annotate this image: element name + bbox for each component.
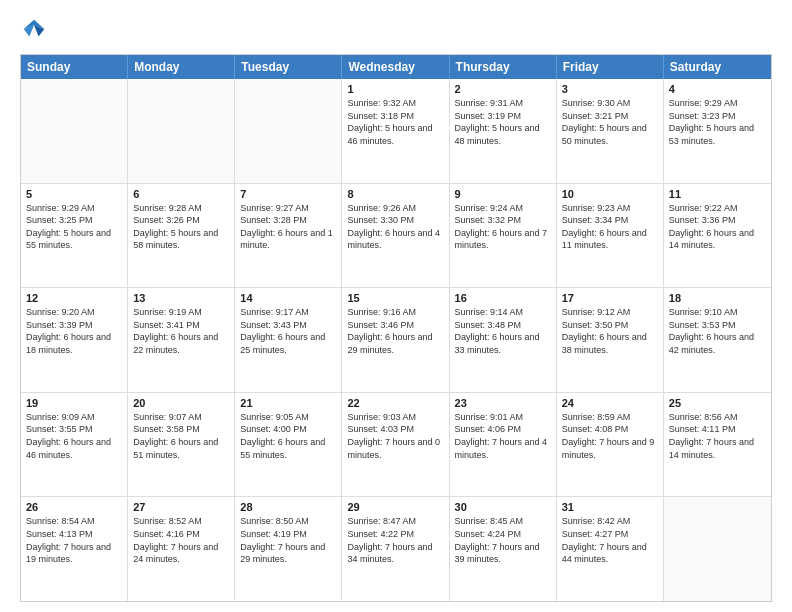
day-content: Sunrise: 9:10 AM Sunset: 3:53 PM Dayligh… bbox=[669, 306, 766, 356]
day-number: 27 bbox=[133, 501, 229, 513]
day-content: Sunrise: 8:47 AM Sunset: 4:22 PM Dayligh… bbox=[347, 515, 443, 565]
day-content: Sunrise: 9:12 AM Sunset: 3:50 PM Dayligh… bbox=[562, 306, 658, 356]
logo bbox=[20, 16, 52, 44]
day-cell-20: 20Sunrise: 9:07 AM Sunset: 3:58 PM Dayli… bbox=[128, 393, 235, 497]
day-cell-22: 22Sunrise: 9:03 AM Sunset: 4:03 PM Dayli… bbox=[342, 393, 449, 497]
day-cell-11: 11Sunrise: 9:22 AM Sunset: 3:36 PM Dayli… bbox=[664, 184, 771, 288]
empty-cell bbox=[664, 497, 771, 601]
day-cell-14: 14Sunrise: 9:17 AM Sunset: 3:43 PM Dayli… bbox=[235, 288, 342, 392]
day-cell-1: 1Sunrise: 9:32 AM Sunset: 3:18 PM Daylig… bbox=[342, 79, 449, 183]
page: SundayMondayTuesdayWednesdayThursdayFrid… bbox=[0, 0, 792, 612]
day-number: 22 bbox=[347, 397, 443, 409]
day-cell-24: 24Sunrise: 8:59 AM Sunset: 4:08 PM Dayli… bbox=[557, 393, 664, 497]
day-cell-2: 2Sunrise: 9:31 AM Sunset: 3:19 PM Daylig… bbox=[450, 79, 557, 183]
header-day-sunday: Sunday bbox=[21, 55, 128, 79]
svg-marker-0 bbox=[24, 20, 45, 29]
day-content: Sunrise: 9:30 AM Sunset: 3:21 PM Dayligh… bbox=[562, 97, 658, 147]
day-cell-31: 31Sunrise: 8:42 AM Sunset: 4:27 PM Dayli… bbox=[557, 497, 664, 601]
day-content: Sunrise: 9:19 AM Sunset: 3:41 PM Dayligh… bbox=[133, 306, 229, 356]
day-content: Sunrise: 9:17 AM Sunset: 3:43 PM Dayligh… bbox=[240, 306, 336, 356]
day-number: 21 bbox=[240, 397, 336, 409]
day-number: 13 bbox=[133, 292, 229, 304]
empty-cell bbox=[128, 79, 235, 183]
day-content: Sunrise: 9:29 AM Sunset: 3:25 PM Dayligh… bbox=[26, 202, 122, 252]
header bbox=[20, 16, 772, 44]
day-number: 8 bbox=[347, 188, 443, 200]
day-number: 10 bbox=[562, 188, 658, 200]
day-number: 24 bbox=[562, 397, 658, 409]
day-number: 25 bbox=[669, 397, 766, 409]
day-content: Sunrise: 8:52 AM Sunset: 4:16 PM Dayligh… bbox=[133, 515, 229, 565]
day-content: Sunrise: 9:23 AM Sunset: 3:34 PM Dayligh… bbox=[562, 202, 658, 252]
header-day-friday: Friday bbox=[557, 55, 664, 79]
day-number: 1 bbox=[347, 83, 443, 95]
day-number: 11 bbox=[669, 188, 766, 200]
day-number: 18 bbox=[669, 292, 766, 304]
day-cell-17: 17Sunrise: 9:12 AM Sunset: 3:50 PM Dayli… bbox=[557, 288, 664, 392]
day-content: Sunrise: 9:26 AM Sunset: 3:30 PM Dayligh… bbox=[347, 202, 443, 252]
logo-icon bbox=[20, 16, 48, 44]
day-content: Sunrise: 8:50 AM Sunset: 4:19 PM Dayligh… bbox=[240, 515, 336, 565]
day-content: Sunrise: 8:56 AM Sunset: 4:11 PM Dayligh… bbox=[669, 411, 766, 461]
week-row-4: 26Sunrise: 8:54 AM Sunset: 4:13 PM Dayli… bbox=[21, 497, 771, 601]
day-content: Sunrise: 8:59 AM Sunset: 4:08 PM Dayligh… bbox=[562, 411, 658, 461]
day-number: 2 bbox=[455, 83, 551, 95]
day-content: Sunrise: 9:27 AM Sunset: 3:28 PM Dayligh… bbox=[240, 202, 336, 252]
calendar-header: SundayMondayTuesdayWednesdayThursdayFrid… bbox=[21, 55, 771, 79]
day-content: Sunrise: 9:24 AM Sunset: 3:32 PM Dayligh… bbox=[455, 202, 551, 252]
day-content: Sunrise: 9:16 AM Sunset: 3:46 PM Dayligh… bbox=[347, 306, 443, 356]
day-cell-23: 23Sunrise: 9:01 AM Sunset: 4:06 PM Dayli… bbox=[450, 393, 557, 497]
day-content: Sunrise: 9:31 AM Sunset: 3:19 PM Dayligh… bbox=[455, 97, 551, 147]
day-cell-7: 7Sunrise: 9:27 AM Sunset: 3:28 PM Daylig… bbox=[235, 184, 342, 288]
day-number: 26 bbox=[26, 501, 122, 513]
day-number: 20 bbox=[133, 397, 229, 409]
day-cell-18: 18Sunrise: 9:10 AM Sunset: 3:53 PM Dayli… bbox=[664, 288, 771, 392]
day-content: Sunrise: 9:28 AM Sunset: 3:26 PM Dayligh… bbox=[133, 202, 229, 252]
calendar: SundayMondayTuesdayWednesdayThursdayFrid… bbox=[20, 54, 772, 602]
calendar-body: 1Sunrise: 9:32 AM Sunset: 3:18 PM Daylig… bbox=[21, 79, 771, 601]
day-content: Sunrise: 9:07 AM Sunset: 3:58 PM Dayligh… bbox=[133, 411, 229, 461]
day-number: 15 bbox=[347, 292, 443, 304]
header-day-thursday: Thursday bbox=[450, 55, 557, 79]
day-number: 7 bbox=[240, 188, 336, 200]
day-content: Sunrise: 9:03 AM Sunset: 4:03 PM Dayligh… bbox=[347, 411, 443, 461]
day-cell-9: 9Sunrise: 9:24 AM Sunset: 3:32 PM Daylig… bbox=[450, 184, 557, 288]
empty-cell bbox=[21, 79, 128, 183]
day-content: Sunrise: 9:29 AM Sunset: 3:23 PM Dayligh… bbox=[669, 97, 766, 147]
day-cell-6: 6Sunrise: 9:28 AM Sunset: 3:26 PM Daylig… bbox=[128, 184, 235, 288]
day-content: Sunrise: 9:05 AM Sunset: 4:00 PM Dayligh… bbox=[240, 411, 336, 461]
day-number: 4 bbox=[669, 83, 766, 95]
day-content: Sunrise: 8:54 AM Sunset: 4:13 PM Dayligh… bbox=[26, 515, 122, 565]
header-day-wednesday: Wednesday bbox=[342, 55, 449, 79]
header-day-tuesday: Tuesday bbox=[235, 55, 342, 79]
day-cell-12: 12Sunrise: 9:20 AM Sunset: 3:39 PM Dayli… bbox=[21, 288, 128, 392]
day-cell-13: 13Sunrise: 9:19 AM Sunset: 3:41 PM Dayli… bbox=[128, 288, 235, 392]
header-day-monday: Monday bbox=[128, 55, 235, 79]
day-cell-29: 29Sunrise: 8:47 AM Sunset: 4:22 PM Dayli… bbox=[342, 497, 449, 601]
day-cell-25: 25Sunrise: 8:56 AM Sunset: 4:11 PM Dayli… bbox=[664, 393, 771, 497]
day-cell-27: 27Sunrise: 8:52 AM Sunset: 4:16 PM Dayli… bbox=[128, 497, 235, 601]
day-number: 31 bbox=[562, 501, 658, 513]
day-cell-16: 16Sunrise: 9:14 AM Sunset: 3:48 PM Dayli… bbox=[450, 288, 557, 392]
day-number: 30 bbox=[455, 501, 551, 513]
day-number: 29 bbox=[347, 501, 443, 513]
day-content: Sunrise: 9:01 AM Sunset: 4:06 PM Dayligh… bbox=[455, 411, 551, 461]
day-cell-15: 15Sunrise: 9:16 AM Sunset: 3:46 PM Dayli… bbox=[342, 288, 449, 392]
day-content: Sunrise: 9:32 AM Sunset: 3:18 PM Dayligh… bbox=[347, 97, 443, 147]
day-number: 3 bbox=[562, 83, 658, 95]
day-cell-28: 28Sunrise: 8:50 AM Sunset: 4:19 PM Dayli… bbox=[235, 497, 342, 601]
day-cell-5: 5Sunrise: 9:29 AM Sunset: 3:25 PM Daylig… bbox=[21, 184, 128, 288]
day-content: Sunrise: 8:45 AM Sunset: 4:24 PM Dayligh… bbox=[455, 515, 551, 565]
week-row-1: 5Sunrise: 9:29 AM Sunset: 3:25 PM Daylig… bbox=[21, 184, 771, 289]
day-number: 9 bbox=[455, 188, 551, 200]
week-row-2: 12Sunrise: 9:20 AM Sunset: 3:39 PM Dayli… bbox=[21, 288, 771, 393]
day-number: 5 bbox=[26, 188, 122, 200]
day-number: 6 bbox=[133, 188, 229, 200]
day-cell-8: 8Sunrise: 9:26 AM Sunset: 3:30 PM Daylig… bbox=[342, 184, 449, 288]
day-number: 23 bbox=[455, 397, 551, 409]
day-cell-3: 3Sunrise: 9:30 AM Sunset: 3:21 PM Daylig… bbox=[557, 79, 664, 183]
week-row-3: 19Sunrise: 9:09 AM Sunset: 3:55 PM Dayli… bbox=[21, 393, 771, 498]
day-cell-26: 26Sunrise: 8:54 AM Sunset: 4:13 PM Dayli… bbox=[21, 497, 128, 601]
day-number: 14 bbox=[240, 292, 336, 304]
day-cell-21: 21Sunrise: 9:05 AM Sunset: 4:00 PM Dayli… bbox=[235, 393, 342, 497]
